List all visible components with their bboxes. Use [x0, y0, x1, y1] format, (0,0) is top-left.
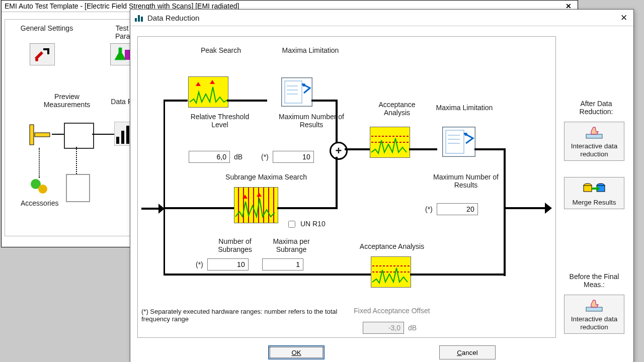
maxima-limitation-2-icon[interactable] — [442, 127, 475, 157]
dialog-close-icon[interactable]: ✕ — [618, 13, 629, 23]
maxima-limitation-label: Maxima Limitation — [265, 46, 356, 54]
peak-search-icon[interactable] — [188, 76, 228, 108]
tools-icon — [30, 43, 55, 65]
asterisk-3: (*) — [425, 205, 433, 213]
svg-point-23 — [302, 83, 305, 86]
acceptance-analysis-2-label: Acceptance Analysis — [347, 242, 437, 250]
dialog-title: Data Reduction — [147, 14, 199, 22]
dialog-icon — [134, 13, 143, 22]
max-results-caption: Maximum Number ofResults — [261, 113, 362, 129]
merge-icon — [567, 180, 622, 197]
svg-rect-6 — [121, 131, 124, 144]
un-r10-checkbox[interactable] — [288, 221, 295, 228]
footnote: (*) Separately executed hardware ranges:… — [141, 308, 343, 323]
subrange-search-label: Subrange Maxima Search — [201, 173, 332, 181]
svg-rect-10 — [135, 18, 137, 22]
asterisk-2: (*) — [196, 260, 203, 268]
ruler-icon[interactable] — [29, 122, 52, 147]
hand-icon — [567, 125, 622, 140]
after-dr-caption: After DataReduction: — [566, 100, 626, 116]
general-settings-button[interactable] — [30, 42, 55, 71]
plus-node-icon: + — [330, 142, 348, 160]
acceptance-analysis-caption: AcceptanceAnalysis — [362, 101, 432, 117]
hand-icon-2 — [567, 298, 622, 313]
measurements-label: Measurements — [37, 101, 97, 109]
interactive-data-reduction-button[interactable]: Interactive datareduction — [564, 122, 624, 161]
before-final-caption: Before the FinalMeas.: — [564, 273, 624, 289]
ok-button[interactable]: OK — [268, 345, 325, 359]
svg-point-43 — [464, 133, 467, 136]
svg-rect-51 — [584, 186, 592, 192]
un-r10-checkbox-row[interactable]: UN R10 — [286, 219, 326, 229]
page-icon[interactable] — [66, 174, 90, 202]
svg-rect-1 — [125, 50, 130, 60]
db-unit-2: dB — [408, 324, 417, 332]
maxima-per-subrange-input[interactable] — [262, 258, 303, 270]
num-subranges-caption: Number ofSubranges — [205, 237, 265, 253]
preview-measurements-section: Preview Measurements — [37, 93, 97, 109]
svg-rect-55 — [586, 307, 602, 311]
general-settings-label: General Settings — [17, 24, 77, 32]
maxima-limitation-icon[interactable] — [281, 77, 312, 107]
dialog-titlebar: Data Reduction ✕ — [130, 10, 633, 26]
num-subranges-input[interactable] — [207, 258, 249, 270]
un-r10-label: UN R10 — [300, 220, 326, 228]
max-results-input[interactable] — [273, 151, 314, 163]
svg-marker-45 — [545, 203, 552, 214]
fixed-offset-input — [363, 322, 404, 334]
peak-search-label: Peak Search — [181, 46, 261, 54]
svg-rect-5 — [116, 137, 119, 144]
relative-threshold-input[interactable] — [189, 151, 230, 163]
svg-rect-39 — [446, 130, 464, 153]
svg-rect-24 — [234, 188, 278, 223]
svg-rect-7 — [126, 126, 129, 144]
max-results-2-caption: Maximum Number ofResults — [418, 173, 514, 189]
svg-rect-15 — [189, 77, 228, 107]
general-settings-section: General Settings — [17, 24, 77, 32]
acceptance-analysis-icon[interactable] — [370, 127, 410, 158]
cancel-button[interactable]: Cancel — [439, 345, 496, 359]
svg-point-9 — [38, 185, 47, 194]
svg-rect-19 — [285, 81, 302, 103]
svg-point-0 — [35, 58, 38, 61]
asterisk-1: (*) — [261, 153, 269, 161]
accessories-label: Accessories — [21, 199, 58, 207]
subrange-search-icon[interactable] — [234, 187, 278, 223]
svg-rect-2 — [30, 125, 34, 145]
gears-icon[interactable] — [29, 176, 51, 196]
interactive-data-reduction-2-button[interactable]: Interactive datareduction — [564, 295, 624, 334]
arrow-in-icon — [141, 202, 165, 215]
maxima-limitation-2-label: Maxima Limitation — [424, 104, 505, 112]
acceptance-analysis-2-icon[interactable] — [371, 256, 411, 288]
preview-label: Preview — [37, 93, 97, 101]
fixed-offset-label: Fixed Acceptance Offset — [342, 307, 442, 315]
max-results-2-input[interactable] — [437, 203, 478, 215]
svg-rect-3 — [35, 133, 50, 137]
data-reduction-dialog: Data Reduction ✕ Peak Search Relative Th… — [130, 9, 634, 362]
svg-rect-49 — [586, 134, 602, 138]
maxima-per-caption: Maxima perSubrange — [261, 237, 321, 253]
flow-box[interactable] — [64, 123, 94, 149]
relative-threshold-caption: Relative ThresholdLevel — [175, 113, 265, 129]
svg-rect-12 — [141, 17, 143, 22]
arrow-out-icon — [527, 201, 552, 215]
svg-rect-11 — [138, 15, 140, 22]
merge-results-button[interactable]: Merge Results — [564, 177, 624, 209]
db-unit: dB — [234, 153, 243, 161]
